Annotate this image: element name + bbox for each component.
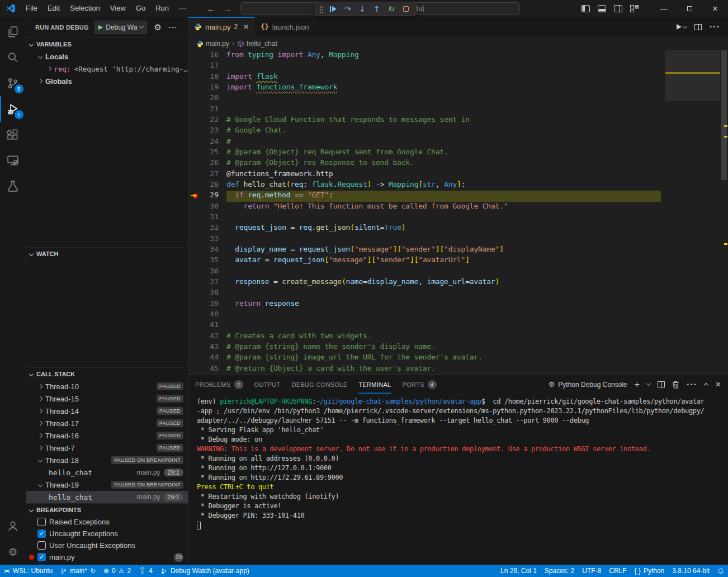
breadcrumb-file[interactable]: main.py — [196, 40, 229, 48]
sidebar-item-source-control[interactable]: 5 — [0, 70, 26, 96]
code-line[interactable]: response = create_message(name=display_n… — [226, 277, 661, 288]
line-number[interactable]: 44 — [188, 353, 226, 363]
call-stack-header[interactable]: CALL STACK — [26, 368, 188, 380]
step-over-button[interactable]: ↷ — [342, 3, 354, 15]
stack-frame[interactable]: hello_chatmain.py29:1 — [26, 491, 188, 503]
line-number[interactable]: 22 — [188, 115, 226, 126]
line-number[interactable]: 40 — [188, 310, 226, 320]
close-panel-icon[interactable]: ✕ — [715, 380, 721, 389]
line-number[interactable]: 20 — [188, 93, 226, 104]
code-line[interactable]: # Google Chat. — [226, 126, 661, 136]
step-into-button[interactable]: ↓ — [356, 3, 368, 15]
code-line[interactable] — [226, 310, 661, 320]
line-number[interactable]: 24 — [188, 137, 226, 148]
sidebar-item-extensions[interactable] — [0, 122, 26, 148]
call-stack-thread[interactable]: Thread-18PAUSED ON BREAKPOINT — [26, 454, 188, 466]
breakpoint-checkbox[interactable]: ✓ — [37, 553, 46, 561]
call-stack-thread[interactable]: Thread-10PAUSED — [26, 380, 188, 392]
code-line[interactable] — [226, 234, 661, 245]
status-notifications[interactable] — [713, 565, 728, 577]
watch-header[interactable]: WATCH — [26, 248, 188, 260]
menu-run[interactable]: Run — [150, 0, 174, 17]
terminal-output[interactable]: (env) pierrick@LAPTOP-HKU5PNNG:~/git/goo… — [188, 394, 728, 565]
drag-handle-icon[interactable] — [319, 6, 324, 13]
line-number[interactable]: 39 — [188, 299, 226, 310]
menu-go[interactable]: Go — [131, 0, 150, 17]
launch-config-select[interactable]: ▶ Debug Wa — [94, 21, 148, 34]
minimap[interactable] — [665, 50, 720, 375]
code-line[interactable] — [226, 61, 661, 72]
code-line[interactable]: display_name = request_json["message"]["… — [226, 245, 661, 256]
tab-launch.json[interactable]: {}launch.json — [255, 17, 315, 37]
breakpoint-item[interactable]: Raised Exceptions — [26, 516, 188, 528]
line-number[interactable]: 17 — [188, 61, 226, 72]
status-debug[interactable]: Debug Watch (avatar-app) — [157, 565, 253, 577]
minimap-slider[interactable] — [665, 50, 720, 101]
breakpoint-item[interactable]: User Uncaught Exceptions — [26, 540, 188, 551]
toggle-panel-icon[interactable] — [598, 5, 606, 12]
line-number[interactable]: 29→ — [188, 191, 226, 201]
account-button[interactable] — [0, 513, 26, 539]
code-line[interactable] — [226, 320, 661, 331]
line-number[interactable]: 42 — [188, 332, 226, 342]
panel-tab-output[interactable]: OUTPUT — [254, 375, 281, 394]
code-line[interactable] — [226, 93, 661, 104]
toggle-secondary-sidebar-icon[interactable] — [614, 5, 622, 12]
split-editor-icon[interactable] — [694, 24, 702, 30]
continue-button[interactable] — [327, 3, 339, 15]
status-eol[interactable]: CRLF — [605, 565, 630, 577]
variables-header[interactable]: VARIABLES — [26, 38, 188, 50]
call-stack-thread[interactable]: Thread-19PAUSED ON BREAKPOINT — [26, 479, 188, 491]
more-actions-icon[interactable]: ··· — [168, 23, 177, 31]
code-line[interactable]: # @param {Object} req Request sent from … — [226, 148, 661, 158]
line-number[interactable]: 38 — [188, 288, 226, 299]
stop-button[interactable] — [400, 3, 412, 15]
stack-frame[interactable]: hello_chatmain.py29:1 — [26, 466, 188, 479]
breakpoints-header[interactable]: BREAKPOINTS — [26, 504, 188, 516]
code-line[interactable] — [226, 288, 661, 299]
panel-tab-ports[interactable]: PORTS4 — [402, 375, 436, 394]
code-line[interactable]: request_json = req.get_json(silent=True) — [226, 223, 661, 234]
settings-button[interactable]: ⚙ — [0, 539, 26, 565]
code-line[interactable]: return "Hello! This function must be cal… — [226, 202, 661, 212]
toggle-sidebar-icon[interactable] — [582, 5, 590, 12]
line-number[interactable]: 25 — [188, 148, 226, 158]
minimize-button[interactable]: — — [651, 0, 677, 17]
line-number[interactable]: 21 — [188, 105, 226, 115]
variable-req[interactable]: req: <Request 'http://charming-tro… — [26, 63, 188, 75]
code-line[interactable]: if req.method == "GET": — [226, 191, 661, 201]
step-out-button[interactable]: ↑ — [371, 3, 383, 15]
sidebar-item-search[interactable] — [0, 45, 26, 70]
customize-layout-icon[interactable] — [630, 5, 639, 12]
close-tab-icon[interactable]: ✕ — [243, 23, 249, 31]
status-encoding[interactable]: UTF-8 — [578, 565, 605, 577]
call-stack-thread[interactable]: Thread-16PAUSED — [26, 429, 188, 442]
breakpoint-item[interactable]: ✓Uncaught Exceptions — [26, 528, 188, 540]
line-number[interactable]: 43 — [188, 342, 226, 353]
breakpoint-checkbox[interactable] — [37, 518, 46, 526]
panel-tab-terminal[interactable]: TERMINAL — [358, 375, 391, 394]
sidebar-item-testing[interactable] — [0, 173, 26, 199]
line-number[interactable]: 28 — [188, 180, 226, 191]
start-debug-icon[interactable]: ▶ — [98, 23, 103, 31]
code-line[interactable]: # @param {string} name the sender's disp… — [226, 342, 661, 353]
breadcrumb-symbol[interactable]: hello_chat — [237, 40, 277, 48]
status-problems[interactable]: ⊗0⚠2 — [100, 565, 135, 577]
split-terminal-icon[interactable] — [658, 381, 665, 387]
call-stack-thread[interactable]: Thread-7PAUSED — [26, 442, 188, 454]
code-line[interactable]: import flask — [226, 72, 661, 83]
status-branch[interactable]: main*↻ — [56, 565, 100, 577]
status-language[interactable]: { }Python — [631, 565, 669, 577]
debug-settings-gear-icon[interactable]: ⚙ — [154, 22, 161, 32]
panel-tab-problems[interactable]: PROBLEMS2 — [195, 375, 243, 394]
code-line[interactable]: # @param {Object} res Response to send b… — [226, 158, 661, 169]
code-line[interactable]: def hello_chat(req: flask.Request) -> Ma… — [226, 180, 661, 191]
call-stack-thread[interactable]: Thread-14PAUSED — [26, 405, 188, 417]
line-number[interactable]: 41 — [188, 320, 226, 331]
line-number[interactable]: 33 — [188, 234, 226, 245]
code-line[interactable]: # Google Cloud Function that responds to… — [226, 115, 661, 126]
new-terminal-icon[interactable]: + — [635, 380, 640, 390]
line-number[interactable]: 18 — [188, 72, 226, 83]
code-line[interactable] — [226, 212, 661, 223]
line-number[interactable]: 32 — [188, 223, 226, 234]
